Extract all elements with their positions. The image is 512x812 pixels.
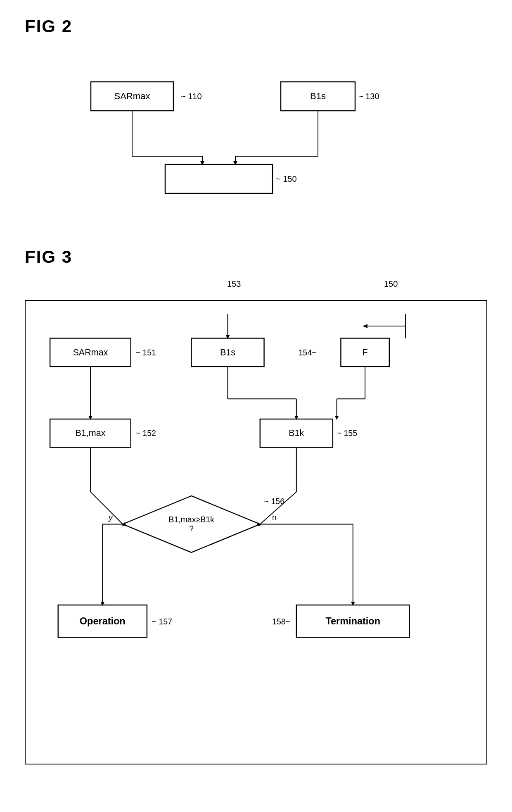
svg-text:n: n	[272, 513, 277, 522]
svg-rect-6	[165, 164, 273, 193]
svg-text:~ 151: ~ 151	[136, 348, 156, 357]
svg-line-55	[90, 492, 123, 524]
svg-text:~ 152: ~ 152	[136, 429, 156, 438]
svg-text:~ 156: ~ 156	[264, 497, 285, 506]
ref-150-top: 150	[384, 279, 398, 289]
svg-text:Termination: Termination	[325, 616, 380, 626]
svg-marker-53	[335, 416, 339, 420]
svg-text:B1k: B1k	[289, 428, 304, 438]
svg-text:~ 150: ~ 150	[276, 174, 297, 183]
svg-text:~ 157: ~ 157	[152, 617, 172, 626]
svg-text:Operation: Operation	[80, 616, 126, 626]
svg-text:158~: 158~	[272, 617, 290, 626]
fig3-border: SARmax ~ 151 B1s F 154~ B1,max ~ 152 B1k…	[25, 300, 487, 764]
svg-text:F: F	[363, 348, 368, 357]
svg-text:B1s: B1s	[220, 348, 235, 357]
svg-marker-13	[200, 161, 204, 165]
svg-marker-15	[233, 161, 237, 165]
svg-text:SARmax: SARmax	[73, 348, 108, 357]
svg-text:~ 155: ~ 155	[337, 429, 358, 438]
svg-rect-0	[91, 82, 173, 111]
svg-text:~ 130: ~ 130	[358, 92, 379, 101]
svg-text:B1,max≥B1k: B1,max≥B1k	[168, 515, 214, 524]
svg-text:~ 110: ~ 110	[181, 92, 202, 101]
fig2-diagram: SARmax ~ 110 B1s ~ 130 ~ 150	[25, 49, 487, 222]
svg-text:SARmax: SARmax	[114, 91, 150, 101]
fig3-wrapper: 153 150 SARmax ~ 151 B1s F 154~ B1,	[25, 275, 487, 764]
fig2-title: FIG 2	[25, 17, 487, 36]
svg-marker-68	[363, 324, 367, 328]
fig3-section: FIG 3 153 150 SARmax ~ 151 B1s F 154~	[25, 247, 487, 764]
svg-text:?: ?	[189, 524, 194, 533]
svg-text:154~: 154~	[299, 348, 317, 357]
fig3-title: FIG 3	[25, 247, 487, 267]
svg-text:B1s: B1s	[310, 91, 326, 101]
ref-153: 153	[227, 279, 241, 289]
svg-rect-3	[281, 82, 355, 111]
svg-text:B1,max: B1,max	[75, 428, 105, 438]
